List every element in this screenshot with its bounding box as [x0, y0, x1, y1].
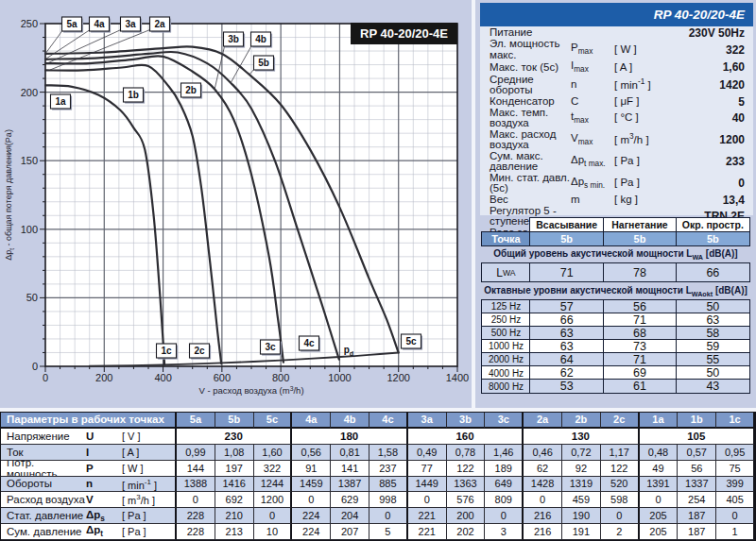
op-row-label: Оборотыn[ min-1 ]: [1, 477, 177, 493]
curve-label-4c: 4c: [303, 338, 315, 348]
op-cell: 122: [601, 461, 640, 477]
op-cell: 1244: [254, 477, 293, 493]
op-col-header: 5b: [215, 413, 254, 429]
op-cell: 0,95: [716, 445, 755, 461]
op-cell: 0: [716, 508, 755, 524]
svg-text:0: 0: [32, 361, 38, 372]
spec-symbol: m: [571, 194, 614, 206]
op-voltage-value: 105: [640, 429, 755, 445]
op-cell: 998: [369, 492, 408, 508]
op-param-name: Ток: [7, 447, 86, 458]
op-col-header: 2b: [562, 413, 601, 429]
op-cell: 1459: [292, 477, 331, 493]
x-axis-title: V - расход воздуха (m3/h): [198, 385, 303, 396]
op-cell: 2: [601, 524, 640, 540]
op-cell: 692: [215, 492, 254, 508]
spec-rows: Питание230V 50HzЭл. мощность макс.Pmax[ …: [480, 26, 753, 215]
spec-value: 1420: [671, 79, 753, 91]
op-cell: 1337: [678, 477, 716, 493]
y-axis-title: Δpt - общая потеря давления(Pa): [4, 129, 15, 261]
op-col-header: 1a: [640, 413, 679, 429]
spec-symbol: Δps min.: [571, 177, 614, 191]
op-cell: 1319: [562, 477, 601, 493]
op-param-symbol: U: [86, 431, 122, 442]
spec-unit: [ μF ]: [614, 96, 671, 108]
spec-row: Макс. расход воздухаVmax[ m3/h ]1200: [480, 129, 753, 151]
op-cell: 1387: [331, 477, 369, 493]
op-col-header: 3a: [408, 413, 447, 429]
op-cell: 0: [485, 508, 524, 524]
op-cell: 0: [369, 508, 408, 524]
op-param-symbol: Δps: [86, 509, 122, 523]
octave-row: 1000 Hz637359: [482, 340, 749, 353]
op-param-unit: [ Pa ]: [122, 510, 175, 521]
op-title: Параметры в рабочих точках: [1, 413, 177, 429]
chart-title: RP 40-20/20-4E: [360, 26, 448, 41]
op-cell: 5: [369, 524, 408, 540]
svg-text:1400: 1400: [446, 372, 469, 383]
product-title-bar: RP 40-20/20-4E: [480, 3, 753, 26]
op-cell: 200: [447, 508, 486, 524]
svg-text:200: 200: [21, 87, 38, 98]
op-cell: 0,57: [678, 445, 716, 461]
op-param-name: Потр. мощность: [7, 461, 86, 477]
op-row-label: Расход воздухаV[ m3/h ]: [1, 492, 177, 508]
spec-symbol: C: [571, 96, 614, 108]
svg-text:150: 150: [21, 155, 38, 166]
op-col-header: 4a: [292, 413, 331, 429]
spec-symbol: Δpt max.: [571, 155, 614, 169]
op-cell: 1388: [177, 477, 215, 493]
op-cell: 92: [562, 461, 601, 477]
op-cell: 1,58: [369, 445, 408, 461]
fan-performance-chart: 0200400600800100012001400050100150200250…: [0, 0, 472, 409]
op-col-header: 4b: [331, 413, 369, 429]
lwa-value: 78: [603, 262, 678, 282]
curve-label-5b: 5b: [258, 58, 269, 68]
op-cell: 649: [485, 477, 524, 493]
op-cell: 1,46: [485, 445, 524, 461]
spec-unit: [ kg ]: [614, 194, 671, 206]
octave-row: 250 Hz667163: [482, 313, 749, 327]
spec-unit: [ Pa ]: [614, 156, 671, 167]
op-cell: 0: [177, 492, 215, 508]
op-cell: 191: [562, 524, 601, 540]
acoustic-point-value: 5b: [529, 231, 604, 246]
spec-label: Макс. ток (5c): [480, 62, 571, 74]
op-cell: 0: [292, 492, 331, 508]
op-param-name: Расход воздуха: [7, 494, 86, 505]
spec-symbol: Pmax: [571, 42, 614, 57]
octave-row: 8000 Hz536143: [482, 380, 749, 393]
op-col-header: 2a: [524, 413, 562, 429]
op-param-name: Стат. давление: [7, 510, 86, 521]
op-cell: 629: [331, 492, 369, 508]
curve-label-3a: 3a: [125, 19, 136, 29]
op-cell: 141: [331, 461, 369, 477]
op-cell: 10: [254, 524, 293, 540]
op-cell: 187: [678, 524, 716, 540]
spec-label: Макс. темп. воздуха: [480, 108, 571, 129]
op-param-symbol: Δpt: [86, 524, 122, 538]
op-cell: 228: [177, 524, 215, 540]
spec-value: 233: [671, 156, 753, 167]
spec-label: Макс. расход воздуха: [480, 129, 571, 151]
spec-row: Мин. стат. давл. (5c)Δps min.[ Pa ]0: [480, 173, 753, 194]
octave-value: 43: [676, 379, 750, 394]
op-cell: 207: [331, 524, 369, 540]
op-cell: 1: [716, 524, 755, 540]
op-cell: 210: [215, 508, 254, 524]
octave-value: 53: [529, 379, 604, 394]
acoustic-octave-title: Октавные уровни акустической мощности LW…: [482, 282, 749, 300]
curve-label-1a: 1a: [55, 96, 66, 107]
op-cell: 187: [678, 508, 716, 524]
op-cell: 197: [215, 461, 254, 477]
op-cell: 3: [485, 524, 524, 540]
spec-value: 322: [671, 44, 753, 56]
op-cell: 221: [408, 508, 447, 524]
curve-label-3b: 3b: [228, 34, 239, 44]
svg-text:200: 200: [95, 372, 112, 383]
spec-value: 0: [671, 178, 753, 189]
op-cell: 0,56: [292, 445, 331, 461]
op-param-name: Обороты: [7, 478, 86, 489]
op-param-symbol: n: [86, 478, 122, 489]
acoustic-octave-table: 125 Hz575650250 Hz667163500 Hz6368581000…: [482, 300, 749, 394]
